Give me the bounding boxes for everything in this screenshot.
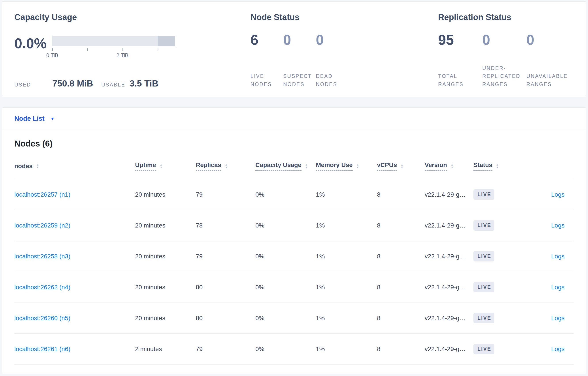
version-cell: v22.1.4-29-g…: [425, 284, 473, 291]
used-label: USED: [14, 82, 52, 88]
status-badge: LIVE: [473, 313, 494, 323]
sort-desc-icon: ▼: [451, 166, 454, 169]
axis-tick-label: 2 TiB: [116, 52, 128, 58]
node-link[interactable]: localhost:26260 (n5): [14, 315, 70, 322]
column-header-nodes[interactable]: nodes ▲▼: [14, 162, 135, 170]
unavailable-ranges-value: 0: [526, 33, 571, 47]
logs-link[interactable]: Logs: [551, 253, 565, 260]
capacity-cell: 0%: [255, 253, 316, 260]
unavailable-ranges-label: UNAVAILABLE RANGES: [526, 72, 571, 88]
uptime-cell: 20 minutes: [135, 222, 196, 229]
usable-label: USABLE: [101, 82, 130, 88]
sort-icon: ▲▼: [451, 164, 454, 169]
replicas-cell: 78: [196, 222, 255, 229]
nodes-count-title: Nodes (6): [14, 129, 574, 149]
table-row: localhost:26257 (n1) 20 minutes 79 0% 1%…: [14, 179, 574, 210]
logs-link[interactable]: Logs: [551, 222, 565, 229]
capacity-bar-track: [52, 36, 175, 46]
replicas-cell: 80: [196, 315, 255, 322]
column-header-status[interactable]: Status ▲▼: [473, 161, 551, 171]
sort-desc-icon: ▼: [225, 166, 228, 169]
logs-link[interactable]: Logs: [551, 191, 565, 198]
uptime-cell: 20 minutes: [135, 315, 196, 322]
live-nodes-stat: 6 LIVE NODES: [251, 33, 283, 88]
sort-desc-icon: ▼: [160, 166, 163, 169]
total-ranges-stat: 95 TOTAL RANGES: [438, 33, 482, 88]
node-link[interactable]: localhost:26257 (n1): [14, 191, 70, 198]
node-list-card: Node List ▼ Nodes (6) nodes ▲▼ Uptime ▲▼…: [2, 107, 586, 374]
node-status-section: Node Status 6 LIVE NODES 0 SUSPECT NODES…: [251, 12, 438, 97]
uptime-cell: 20 minutes: [135, 284, 196, 291]
dead-nodes-label: DEAD NODES: [316, 72, 348, 88]
suspect-nodes-value: 0: [283, 33, 316, 47]
node-status-title: Node Status: [251, 12, 438, 22]
logs-link[interactable]: Logs: [551, 345, 565, 352]
node-list-dropdown[interactable]: Node List ▼: [2, 108, 586, 129]
node-list-dropdown-label: Node List: [14, 115, 45, 122]
table-header-row: nodes ▲▼ Uptime ▲▼ Replicas ▲▼ Capacity …: [14, 153, 574, 179]
column-header-memory-use[interactable]: Memory Use ▲▼: [316, 161, 377, 171]
sort-icon: ▲▼: [356, 164, 359, 169]
under-replicated-ranges-stat: 0 UNDER- REPLICATED RANGES: [482, 33, 526, 88]
sort-desc-icon: ▼: [400, 166, 403, 169]
capacity-axis: 0 TiB 2 TiB: [52, 46, 175, 59]
replicas-cell: 80: [196, 284, 255, 291]
node-link[interactable]: localhost:26261 (n6): [14, 345, 70, 352]
node-link[interactable]: localhost:26259 (n2): [14, 222, 70, 229]
unavailable-ranges-stat: 0 UNAVAILABLE RANGES: [526, 33, 571, 88]
sort-desc-icon: ▼: [305, 166, 308, 169]
version-cell: v22.1.4-29-g…: [425, 222, 473, 229]
replicas-cell: 79: [196, 191, 255, 198]
table-row: localhost:26260 (n5) 20 minutes 80 0% 1%…: [14, 303, 574, 334]
replication-status-section: Replication Status 95 TOTAL RANGES 0 UND…: [438, 12, 586, 97]
capacity-usage-title: Capacity Usage: [14, 12, 251, 22]
suspect-nodes-stat: 0 SUSPECT NODES: [283, 33, 316, 88]
sort-desc-icon: ▼: [36, 166, 39, 169]
column-header-version[interactable]: Version ▲▼: [425, 161, 473, 171]
capacity-bar-dark-segment: [158, 36, 175, 46]
table-row: localhost:26258 (n3) 20 minutes 79 0% 1%…: [14, 241, 574, 272]
live-nodes-label: LIVE NODES: [251, 72, 283, 88]
replicas-cell: 79: [196, 345, 255, 353]
table-row: localhost:26259 (n2) 20 minutes 78 0% 1%…: [14, 210, 574, 241]
sort-icon: ▲▼: [305, 164, 308, 169]
cluster-summary-card: Capacity Usage 0.0% 0 TiB 2 TiB: [2, 1, 586, 97]
sort-icon: ▲▼: [225, 164, 228, 169]
column-header-uptime[interactable]: Uptime ▲▼: [135, 161, 196, 171]
dead-nodes-value: 0: [316, 33, 348, 47]
vcpus-cell: 8: [377, 222, 425, 229]
status-badge: LIVE: [473, 189, 494, 200]
column-header-capacity-usage[interactable]: Capacity Usage ▲▼: [255, 161, 316, 171]
status-badge: LIVE: [473, 251, 494, 261]
version-cell: v22.1.4-29-g…: [425, 191, 473, 198]
capacity-cell: 0%: [255, 345, 316, 353]
sort-icon: ▲▼: [160, 164, 163, 169]
under-replicated-ranges-label: UNDER- REPLICATED RANGES: [482, 64, 526, 88]
table-row: localhost:26262 (n4) 20 minutes 80 0% 1%…: [14, 272, 574, 303]
uptime-cell: 20 minutes: [135, 253, 196, 260]
version-cell: v22.1.4-29-g…: [425, 253, 473, 260]
vcpus-cell: 8: [377, 253, 425, 260]
node-link[interactable]: localhost:26258 (n3): [14, 253, 70, 260]
vcpus-cell: 8: [377, 284, 425, 291]
memory-cell: 1%: [316, 191, 377, 198]
sort-icon: ▲▼: [496, 164, 499, 169]
memory-cell: 1%: [316, 315, 377, 322]
status-badge: LIVE: [473, 344, 494, 354]
replication-status-title: Replication Status: [438, 12, 586, 22]
vcpus-cell: 8: [377, 191, 425, 198]
uptime-cell: 20 minutes: [135, 191, 196, 198]
uptime-cell: 2 minutes: [135, 345, 196, 353]
logs-link[interactable]: Logs: [551, 315, 565, 322]
logs-link[interactable]: Logs: [551, 284, 565, 291]
column-header-vcpus[interactable]: vCPUs ▲▼: [377, 161, 425, 171]
vcpus-cell: 8: [377, 345, 425, 353]
status-badge: LIVE: [473, 220, 494, 230]
live-nodes-value: 6: [251, 33, 283, 47]
total-ranges-value: 95: [438, 33, 482, 47]
column-header-replicas[interactable]: Replicas ▲▼: [196, 161, 255, 171]
node-link[interactable]: localhost:26262 (n4): [14, 284, 70, 291]
usable-value: 3.5 TiB: [130, 79, 158, 88]
chevron-down-icon: ▼: [50, 115, 55, 121]
sort-desc-icon: ▼: [356, 166, 359, 169]
